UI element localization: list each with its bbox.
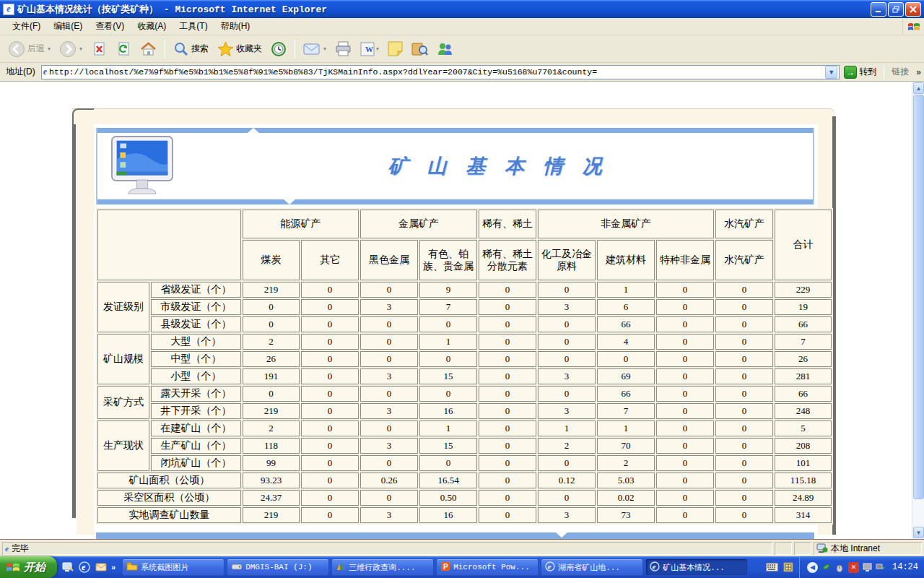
home-button[interactable]: [136, 38, 160, 60]
computer-monitor-icon: [108, 136, 177, 199]
ime-icon[interactable]: [782, 561, 795, 574]
close-icon: [910, 6, 917, 13]
menu-favorites[interactable]: 收藏(A): [131, 18, 173, 35]
table-cell: 0: [656, 316, 714, 332]
taskbar: 开始 e » 系统截图图片DMGIS-BAI (J:)三维行政查询....PMi…: [0, 556, 924, 578]
stop-button[interactable]: [87, 38, 110, 60]
restore-button[interactable]: [888, 2, 904, 17]
mail-dropdown-icon[interactable]: ▾: [323, 46, 326, 52]
search-button[interactable]: 搜索: [170, 38, 212, 60]
keyboard-icon[interactable]: [766, 561, 779, 574]
drive-icon: [231, 562, 243, 573]
stop-icon: [91, 41, 107, 57]
table-cell: 101: [775, 455, 832, 471]
menu-tools[interactable]: 工具(T): [173, 18, 214, 35]
print-button[interactable]: [331, 38, 355, 59]
go-button[interactable]: → 转到: [842, 65, 881, 79]
tray-collapse-icon[interactable]: ◀: [807, 562, 818, 573]
quick-launch-overflow-icon[interactable]: »: [111, 563, 116, 571]
edit-dropdown-icon[interactable]: ▾: [376, 46, 379, 52]
table-cell: 99: [243, 455, 300, 471]
taskbar-task-button[interactable]: 三维行政查询....: [331, 558, 434, 576]
status-panel-small: [794, 542, 811, 555]
forward-dropdown-icon[interactable]: ▾: [79, 46, 82, 52]
edit-with-word-button[interactable]: W ▾: [357, 39, 383, 59]
table-cell: 66: [597, 386, 655, 402]
menu-help[interactable]: 帮助(H): [214, 18, 257, 35]
minimize-button[interactable]: [871, 2, 886, 17]
task-label: Microsoft Pow...: [453, 563, 530, 571]
table-cell: 0: [479, 455, 536, 471]
taskbar-task-button[interactable]: 系统截图图片: [122, 558, 225, 576]
taskbar-task-button[interactable]: e矿山基本情况...: [645, 558, 748, 576]
tray-antivirus-icon[interactable]: [821, 562, 832, 573]
table-cell: 0: [715, 282, 773, 298]
table-cell: 0: [656, 438, 714, 454]
url-text[interactable]: http://localhost/%e7%9f%bf%e5%b1%b1%e5%8…: [49, 67, 823, 77]
links-chevron-icon[interactable]: »: [916, 67, 921, 77]
table-cell: 0: [715, 386, 773, 402]
taskbar-task-button[interactable]: PMicrosoft Pow...: [436, 558, 539, 576]
table-cell: 7: [597, 403, 655, 419]
table-cell: 0: [656, 473, 714, 488]
favorites-star-icon: [217, 41, 234, 57]
page-frame-top: [72, 108, 835, 124]
table-cell: 314: [775, 507, 832, 523]
table-cell: 0: [656, 351, 714, 367]
links-label[interactable]: 链接: [887, 66, 913, 78]
taskbar-task-button[interactable]: e湖南省矿山地...: [541, 558, 643, 576]
scrollbar-thumb[interactable]: [913, 95, 924, 499]
column-header: 其它: [301, 240, 359, 280]
tray-security-alert-icon[interactable]: ✕: [848, 562, 859, 573]
history-button[interactable]: [267, 38, 290, 60]
quick-mail-icon[interactable]: [95, 561, 108, 574]
back-button[interactable]: 后退 ▾: [4, 38, 54, 61]
menu-view[interactable]: 查看(V): [89, 18, 131, 35]
table-cell: 3: [538, 368, 596, 384]
row-label: 中型（个）: [151, 351, 241, 367]
table-cell: 0: [656, 455, 714, 471]
taskbar-task-button[interactable]: DMGIS-BAI (J:): [227, 558, 329, 576]
table-cell: 2: [243, 420, 300, 436]
quick-ie-icon[interactable]: e: [78, 561, 91, 574]
tray-network-icon[interactable]: [876, 562, 886, 573]
start-button[interactable]: 开始: [0, 556, 57, 578]
address-input[interactable]: e http://localhost/%e7%9f%bf%e5%b1%b1%e5…: [41, 65, 840, 79]
column-group-header: 非金属矿产: [538, 210, 714, 238]
favorites-button[interactable]: 收藏夹: [214, 38, 266, 60]
menu-edit[interactable]: 编辑(E): [47, 18, 89, 35]
forward-button[interactable]: ▾: [56, 38, 86, 61]
menu-file[interactable]: 文件(F): [6, 18, 47, 35]
table-cell: 3: [360, 438, 418, 454]
address-bar: 地址(D) e http://localhost/%e7%9f%bf%e5%b1…: [0, 63, 924, 82]
windows-logo-icon: [902, 19, 924, 35]
table-cell: 0: [538, 334, 596, 350]
table-cell: 0: [419, 386, 477, 402]
table-cell: 0: [301, 368, 359, 384]
vertical-scrollbar[interactable]: ▲ ▼: [912, 82, 924, 539]
back-dropdown-icon[interactable]: ▾: [48, 46, 51, 52]
system-tray: ◀ ✕ 14:24: [799, 556, 924, 578]
tray-display-icon[interactable]: [862, 562, 873, 573]
messenger-button[interactable]: [433, 38, 457, 59]
show-desktop-icon[interactable]: [61, 561, 74, 574]
history-icon: [271, 41, 287, 57]
notes-button[interactable]: [384, 38, 406, 59]
scroll-down-button[interactable]: ▼: [913, 527, 924, 538]
refresh-button[interactable]: [112, 38, 135, 60]
table-cell: 191: [243, 368, 300, 384]
row-label: 在建矿山（个）: [151, 420, 241, 436]
scroll-up-button[interactable]: ▲: [913, 82, 924, 94]
discuss-button[interactable]: [408, 38, 432, 59]
header-top-bar: [97, 128, 813, 133]
table-cell: 0: [479, 507, 536, 523]
close-button[interactable]: [905, 2, 921, 17]
back-label: 后退: [27, 43, 45, 55]
page-header-box: 矿 山 基 本 情 况: [96, 128, 814, 204]
header-top-notch: [248, 128, 259, 133]
table-cell: 0: [479, 351, 536, 367]
tray-mouse-icon[interactable]: [834, 562, 845, 573]
table-cell: 248: [775, 403, 832, 419]
address-dropdown-button[interactable]: ▼: [825, 66, 837, 79]
mail-button[interactable]: ▾: [300, 39, 330, 59]
